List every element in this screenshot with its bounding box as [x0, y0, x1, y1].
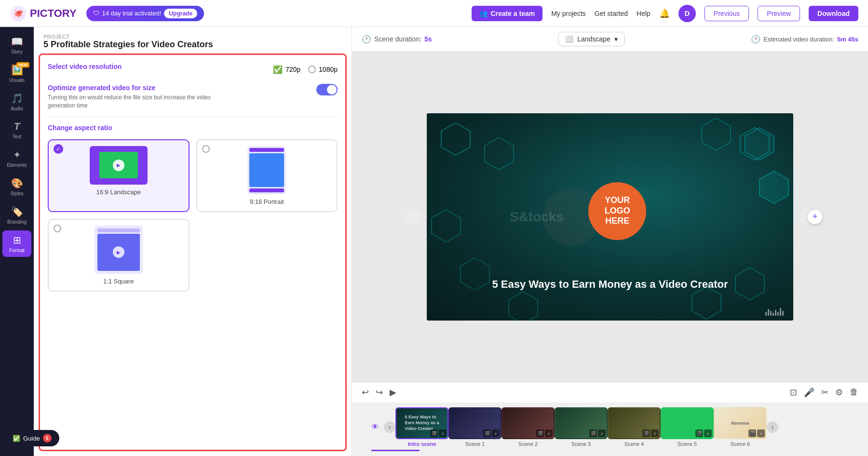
video-frame-wrapper: ‹ [427, 113, 793, 321]
orientation-selector[interactable]: ⬜ Landscape ▾ [558, 32, 625, 46]
ratio-square[interactable]: ▶ 1:1 Square [48, 219, 190, 292]
avatar[interactable]: D [678, 5, 696, 22]
scene-item-6[interactable]: Revenue 🎬 ♪ Scene 6 [714, 407, 767, 447]
scene-3-badge2: ♪ [598, 429, 606, 437]
notification-bell-icon[interactable]: 🔔 [659, 8, 670, 19]
elements-icon: ✦ [13, 149, 21, 161]
scene-progress-bar [371, 450, 420, 451]
video-controls: ↩ ↪ ▶ ⊡ 🎤 ✂ ⚙ 🗑 [352, 382, 868, 402]
sidebar-item-audio[interactable]: 🎵 Audio [2, 89, 31, 115]
radio-circle [308, 66, 316, 73]
scissors-button[interactable]: ✂ [821, 387, 828, 398]
sidebar-item-story[interactable]: 📖 Story [2, 32, 31, 58]
optimize-title: Optimize generated video for size [48, 84, 221, 92]
guide-button[interactable]: ✅ Guide 5 [5, 430, 59, 446]
check-icon: ✅ [273, 65, 283, 74]
portrait-thumbnail [247, 146, 286, 194]
scene-3-label: Scene 3 [571, 441, 591, 447]
upgrade-button[interactable]: Upgrade [164, 9, 197, 18]
scene-badge-1: 🎬 [430, 429, 438, 437]
undo-button[interactable]: ↩ [362, 387, 369, 398]
scene-item-4[interactable]: 🎬 ♪ Scene 4 [608, 407, 661, 447]
scene-4-thumb: 🎬 ♪ [608, 407, 661, 439]
scene-1-overlay: 🎬 ♪ [483, 429, 500, 437]
project-title: 5 Profitable Strategies for Video Creato… [43, 40, 342, 50]
video-nav-prev[interactable]: ‹ [406, 209, 421, 225]
sidebar-item-format[interactable]: ⊞ Format [2, 230, 31, 257]
controls-right: ⊡ 🎤 ✂ ⚙ 🗑 [790, 387, 858, 398]
scene-item-1[interactable]: 🎬 ♪ Scene 1 [448, 407, 502, 447]
get-started-link[interactable]: Get started [595, 10, 628, 17]
video-canvas: ‹ [352, 52, 868, 382]
video-main-title: 5 Easy Ways to Earn Money as a Video Cre… [427, 278, 793, 292]
left-sidebar: 📖 Story NEW 🖼️ Visuals 🎵 Audio T Text ✦ … [0, 27, 34, 456]
microphone-button[interactable]: 🎤 [804, 387, 814, 398]
preview-button[interactable]: Preview [758, 6, 800, 21]
visibility-icon[interactable]: 👁 [371, 423, 379, 431]
sidebar-item-styles[interactable]: 🎨 Styles [2, 174, 31, 200]
estimated-clock-icon: 🕐 [751, 35, 760, 44]
scene-1-badge: 🎬 [483, 429, 491, 437]
optimize-text: Optimize generated video for size Turnin… [48, 84, 221, 110]
res-720-option[interactable]: ✅ 720p [273, 65, 300, 74]
ratio-landscape[interactable]: ✓ ▶ 16:9 Landscape [48, 139, 190, 212]
play-button[interactable]: ▶ [390, 387, 396, 398]
caption-button[interactable]: ⊡ [790, 387, 797, 398]
scene-6-badge: 🎬 [748, 429, 756, 437]
intro-scene-thumb: 5 Easy Ways toEarn Money as aVideo Creat… [395, 407, 448, 439]
scene-item-2[interactable]: 🎬 ♪ Scene 2 [502, 407, 555, 447]
guide-check-icon: ✅ [13, 435, 20, 442]
my-projects-link[interactable]: My projects [551, 10, 586, 17]
scene-6-overlay: 🎬 ♪ [748, 429, 765, 437]
add-scene-button[interactable]: + [808, 210, 822, 224]
styles-icon: 🎨 [11, 177, 23, 189]
scene-5-label: Scene 5 [678, 441, 697, 447]
scene-item-5[interactable]: 🎬 ♪ Scene 5 [661, 407, 714, 447]
estimated-duration-value: 5m 45s [837, 36, 858, 43]
landscape-label: 16:9 Landscape [96, 188, 141, 196]
sidebar-item-elements[interactable]: ✦ Elements [2, 145, 31, 172]
res-1080-option[interactable]: 1080p [308, 66, 338, 73]
ratio-portrait[interactable]: 9:16 Portrait [196, 139, 338, 212]
team-icon: 👥 [479, 10, 488, 17]
scene-6-label: Scene 6 [731, 441, 750, 447]
ratio-grid: ✓ ▶ 16:9 Landscape [48, 139, 338, 292]
previous-button[interactable]: Previous [705, 6, 749, 21]
square-main: ▶ [97, 234, 140, 271]
svg-text:🐙: 🐙 [14, 8, 24, 18]
redo-button[interactable]: ↪ [376, 387, 383, 398]
scene-1-label: Scene 1 [465, 441, 485, 447]
sidebar-item-visuals[interactable]: NEW 🖼️ Visuals [2, 60, 31, 87]
ratio-check-icon: ✓ [54, 144, 63, 154]
timeline-next-arrow[interactable]: › [767, 421, 778, 433]
delete-button[interactable]: 🗑 [850, 387, 858, 398]
change-aspect-ratio[interactable]: Change aspect ratio [48, 124, 338, 132]
right-panel: 🕐 Scene duration: 5s ⬜ Landscape ▾ 🕐 Est… [352, 27, 868, 456]
scene-2-thumb: 🎬 ♪ [502, 407, 555, 439]
download-button[interactable]: Download [809, 6, 858, 21]
create-team-button[interactable]: 👥 Create a team [472, 6, 542, 21]
landscape-frame-icon: ⬜ [565, 35, 573, 43]
settings-button[interactable]: ⚙ [835, 387, 843, 398]
resolution-label: Select video resolution [48, 63, 122, 70]
scene-item-3[interactable]: 🎬 ♪ Scene 3 [555, 407, 608, 447]
scene-duration-value: 5s [424, 35, 432, 43]
landscape-inner: ▶ [99, 152, 138, 178]
scene-2-overlay: 🎬 ♪ [536, 429, 553, 437]
waveform-icon [765, 308, 784, 316]
top-navigation: 🐙 PICTORY 🛡 14 day trial activated! Upgr… [0, 0, 868, 27]
play-icon: ▶ [113, 160, 124, 171]
help-link[interactable]: Help [637, 10, 651, 17]
sidebar-item-branding[interactable]: 🏷️ Branding [2, 202, 31, 228]
app-logo[interactable]: 🐙 PICTORY [10, 5, 77, 22]
scene-2-badge: 🎬 [536, 429, 544, 437]
timeline-prev-arrow[interactable]: ‹ [384, 421, 395, 433]
scene-3-overlay: 🎬 ♪ [589, 429, 606, 437]
sidebar-item-text[interactable]: T Text [2, 117, 31, 143]
square-thumbnail: ▶ [95, 226, 143, 274]
scene-item-intro[interactable]: 5 Easy Ways toEarn Money as aVideo Creat… [395, 407, 448, 447]
scene-2-badge2: ♪ [545, 429, 553, 437]
project-header: Project 5 Profitable Strategies for Vide… [34, 27, 352, 54]
optimize-toggle[interactable] [316, 84, 338, 95]
scene-4-overlay: 🎬 ♪ [642, 429, 659, 437]
